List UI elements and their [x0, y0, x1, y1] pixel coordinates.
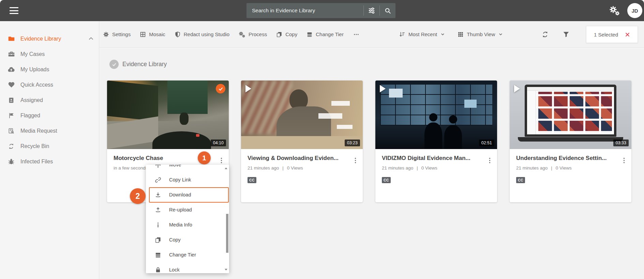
sidebar-item-my-uploads[interactable]: My Uploads [0, 62, 99, 77]
change-tier-label: Change Tier [316, 31, 344, 37]
menu-item-label: Change Tier [169, 252, 196, 258]
search-icon[interactable] [380, 3, 395, 18]
sidebar-item-label: Flagged [20, 113, 40, 119]
redact-label: Redact using Studio [184, 31, 229, 37]
sidebar: Evidence Library My Cases My Uploads Qui… [0, 21, 99, 279]
sidebar-item-quick-access[interactable]: Quick Access [0, 77, 99, 92]
settings-label: Settings [112, 31, 131, 37]
sidebar-item-label: My Cases [20, 51, 45, 57]
card-title: Understanding Evidence Settin... [516, 155, 614, 162]
play-icon [514, 85, 520, 92]
card-title: Viewing & Downloading Eviden... [248, 155, 346, 162]
copy-button[interactable]: Copy [276, 31, 297, 38]
search-input[interactable] [246, 3, 363, 18]
mosaic-button[interactable]: Mosaic [140, 31, 165, 38]
menu-item-move[interactable]: Move [146, 165, 229, 172]
cloud-upload-icon [8, 66, 15, 73]
duration-badge: 04:10 [211, 140, 226, 146]
scroll-down-arrow-icon[interactable] [225, 269, 227, 270]
user-avatar[interactable]: JD [627, 3, 642, 18]
video-thumbnail[interactable]: 03:23 [241, 80, 363, 149]
clear-selection-icon[interactable] [625, 32, 630, 37]
view-count: 0 Views [421, 165, 437, 171]
duration-badge: 02:51 [479, 140, 494, 146]
sort-icon [399, 31, 405, 38]
select-all-check-icon[interactable] [109, 60, 119, 69]
filter-funnel-icon[interactable] [563, 31, 570, 38]
menu-item-change-tier[interactable]: Change Tier [146, 247, 229, 262]
card-menu-kebab-icon[interactable] [485, 156, 494, 165]
menu-item-label: Download [169, 192, 191, 197]
annotation-step-1: 1 [198, 151, 211, 164]
card-body: Viewing & Downloading Eviden... 21 minut… [241, 149, 363, 183]
menu-item-label: Lock [169, 267, 180, 273]
settings-button[interactable]: Settings [103, 31, 131, 38]
heart-icon [8, 81, 15, 89]
card-context-menu: Move Copy Link Download Re-upload [146, 165, 229, 273]
redact-button[interactable]: Redact using Studio [175, 31, 229, 38]
hamburger-menu-icon[interactable] [10, 7, 18, 14]
menu-item-copy-link[interactable]: Copy Link [146, 172, 229, 187]
flag-icon [8, 112, 15, 119]
change-tier-button[interactable]: Change Tier [306, 31, 344, 38]
process-label: Process [249, 31, 267, 37]
sidebar-item-media-request[interactable]: Media Request [0, 123, 99, 138]
selected-check-icon[interactable] [216, 84, 225, 93]
process-gears-icon [239, 31, 245, 38]
menu-item-download[interactable]: Download [146, 187, 229, 202]
sidebar-item-infected-files[interactable]: Infected Files [0, 154, 99, 169]
play-icon [380, 85, 386, 92]
menu-item-media-info[interactable]: Media Info [146, 217, 229, 232]
menu-item-label: Move [169, 165, 181, 167]
chevron-up-icon[interactable] [87, 35, 95, 42]
closed-captions-badge: CC [382, 177, 391, 183]
evidence-library-app: JD Evidence Library My Cases My Uplo [0, 0, 644, 279]
video-thumbnail[interactable]: 04:10 [107, 80, 229, 149]
card-menu-kebab-icon[interactable] [619, 156, 629, 165]
process-button[interactable]: Process [239, 31, 267, 38]
search-filters-icon[interactable] [364, 3, 379, 18]
action-toolbar: Settings Mosaic Redact using Studio Proc… [99, 21, 644, 48]
menu-item-re-upload[interactable]: Re-upload [146, 202, 229, 217]
menu-item-label: Re-upload [169, 207, 192, 212]
card-menu-kebab-icon[interactable] [350, 156, 360, 165]
recycle-icon [8, 143, 15, 150]
mosaic-label: Mosaic [149, 31, 165, 37]
sidebar-item-flagged[interactable]: Flagged [0, 108, 99, 123]
admin-gears-icon[interactable] [609, 5, 619, 16]
sidebar-item-label: Recycle Bin [20, 143, 49, 149]
info-icon [154, 221, 161, 228]
evidence-card-evidence-settings[interactable]: 03:33 Understanding Evidence Settin... 2… [510, 80, 631, 202]
download-icon [154, 191, 161, 198]
sidebar-item-evidence-library[interactable]: Evidence Library [0, 31, 99, 46]
toolbar-utility-icons [541, 21, 570, 47]
sidebar-item-my-cases[interactable]: My Cases [0, 46, 99, 62]
sidebar-item-label: My Uploads [20, 67, 49, 73]
more-actions-button[interactable] [353, 31, 360, 38]
mosaic-grid-icon [140, 31, 146, 38]
sidebar-list: Evidence Library My Cases My Uploads Qui… [0, 21, 99, 169]
sort-label: Most Recent [408, 31, 437, 37]
video-thumbnail[interactable]: 03:33 [510, 80, 631, 149]
gear-icon [103, 31, 109, 38]
chevron-down-icon [440, 32, 445, 37]
sidebar-item-recycle-bin[interactable]: Recycle Bin [0, 138, 99, 154]
view-dropdown[interactable]: Thumb View [458, 31, 503, 38]
sort-dropdown[interactable]: Most Recent [399, 31, 445, 38]
search-bar [246, 3, 395, 18]
menu-scrollbar[interactable] [226, 214, 228, 253]
menu-item-lock[interactable]: Lock [146, 262, 229, 273]
tier-stack-icon [154, 251, 161, 258]
menu-item-label: Copy [169, 237, 181, 243]
evidence-card-viewing-downloading[interactable]: 03:23 Viewing & Downloading Eviden... 21… [241, 80, 363, 202]
video-thumbnail[interactable]: 02:51 [375, 80, 497, 149]
menu-item-copy[interactable]: Copy [146, 232, 229, 247]
refresh-icon[interactable] [541, 31, 549, 38]
view-count: 0 Views [287, 165, 303, 171]
view-count: 0 Views [556, 165, 572, 171]
scroll-up-arrow-icon[interactable] [225, 167, 227, 169]
card-menu-kebab-icon[interactable] [216, 156, 226, 165]
evidence-card-vidizmo-dem[interactable]: 02:51 VIDIZMO Digital Evidence Man... 21… [375, 80, 497, 202]
sidebar-item-assigned[interactable]: Assigned [0, 92, 99, 108]
id-badge-icon [8, 97, 15, 104]
